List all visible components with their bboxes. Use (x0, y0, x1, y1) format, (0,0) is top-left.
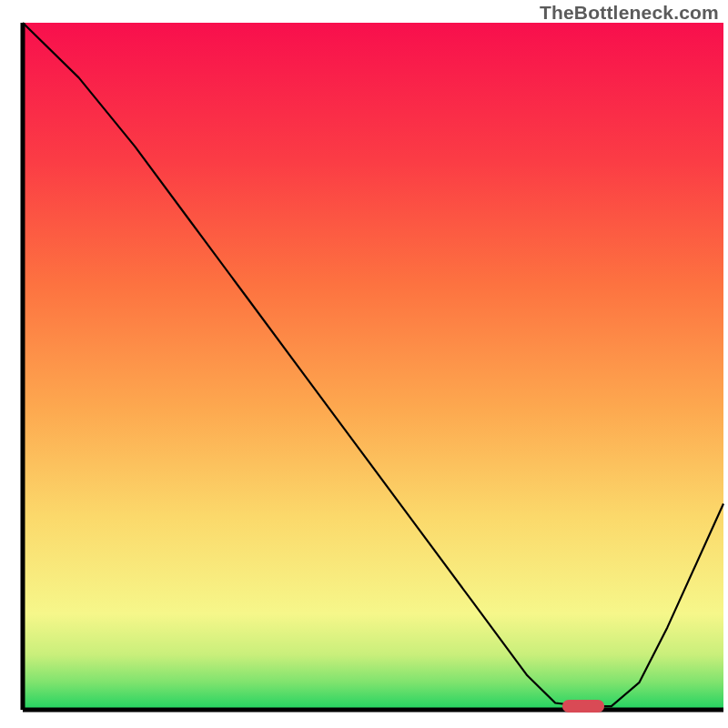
bottleneck-chart (0, 0, 728, 728)
plot-background (23, 23, 723, 710)
chart-container: TheBottleneck.com (0, 0, 728, 728)
optimum-marker (562, 700, 604, 713)
watermark-text: TheBottleneck.com (540, 2, 719, 24)
